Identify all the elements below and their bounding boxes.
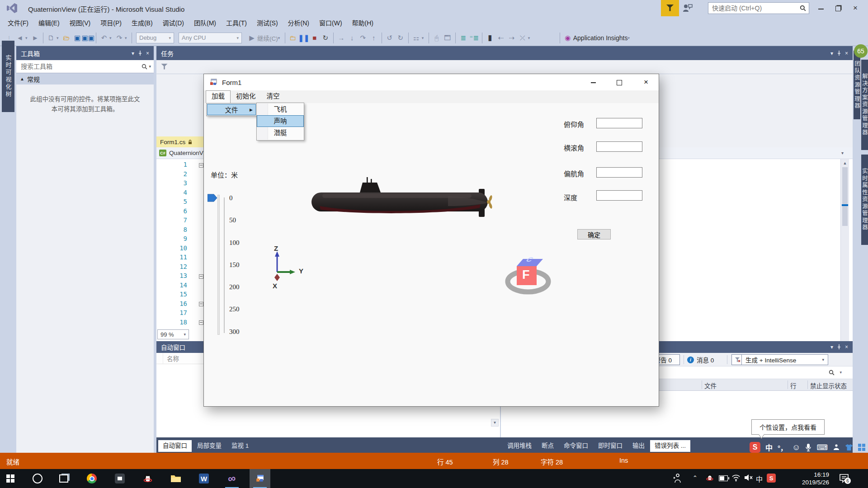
breakpoints-window-icon[interactable]: 🗀 — [288, 32, 298, 44]
ime-emoji-icon[interactable]: ☺ — [792, 443, 800, 452]
bookmark-icon[interactable]: ▮ — [485, 32, 495, 44]
depth-slider-track[interactable] — [217, 195, 220, 335]
platform-select[interactable]: Any CPU▾ — [179, 33, 242, 43]
nav-back-circle-icon[interactable]: ↺ — [384, 32, 395, 44]
vs-menu-5[interactable]: 调试(D) — [158, 16, 189, 30]
sort-list-icon[interactable]: ≣ — [458, 32, 469, 44]
toolbox-search-box[interactable]: ▾ — [16, 60, 154, 73]
form1-close-button[interactable]: × — [639, 77, 653, 88]
error-list-pin-icon[interactable] — [837, 344, 841, 350]
tray-clock[interactable]: 16:19 2019/5/26 — [786, 471, 829, 486]
dock-tab-left-0[interactable]: 自动窗口 — [158, 440, 192, 452]
form1-titlebar[interactable]: Form1 × — [204, 74, 659, 90]
form1-menu-0[interactable]: 加载 — [206, 90, 231, 103]
dock-tab-right-0[interactable]: 调用堆栈 — [503, 440, 536, 452]
tray-qq-icon[interactable] — [706, 473, 713, 484]
application-insights-icon[interactable]: ◉ — [562, 32, 573, 44]
form1-maximize-button[interactable] — [612, 78, 627, 88]
show-next-statement-icon[interactable]: → — [336, 32, 347, 44]
screenshot-tool-icon[interactable] — [109, 469, 130, 488]
open-file-icon[interactable]: 🗁 — [61, 32, 72, 44]
status-insert-mode[interactable]: Ins — [619, 457, 628, 464]
vs-menu-10[interactable]: 窗口(W) — [314, 16, 347, 30]
editor-zoom-select[interactable]: 99 %▾ — [157, 329, 189, 339]
solution-explorer-tab[interactable]: 解决方案资源管理器 — [861, 60, 868, 150]
form1-taskbar-icon[interactable] — [250, 469, 270, 488]
tasks-header[interactable]: 任务 ▾ × — [156, 46, 853, 60]
dock-tab-left-2[interactable]: 监视 1 — [227, 440, 253, 452]
status-character[interactable]: 字符 28 — [541, 457, 563, 466]
error-list-close-icon[interactable]: × — [845, 344, 848, 350]
save-icon[interactable]: ▣ — [72, 32, 83, 44]
ime-skin-icon[interactable] — [833, 444, 840, 451]
dock-tab-right-4[interactable]: 输出 — [628, 440, 649, 452]
save-all-icon[interactable]: ▣▣ — [83, 32, 94, 44]
quick-launch-input[interactable] — [708, 5, 800, 12]
word-icon[interactable]: W — [193, 469, 214, 488]
continue-label[interactable]: 继续(C) — [257, 33, 278, 42]
error-list-chevron-down-icon[interactable]: ▾ — [830, 344, 833, 350]
roll-input[interactable] — [596, 141, 642, 152]
tray-people-icon[interactable] — [672, 473, 682, 485]
form1-window[interactable]: Form1 × 加载初始化清空 文件 ▶ 飞机声呐潜艇 单位：米 0501001… — [203, 74, 659, 407]
chrome-icon[interactable] — [81, 469, 102, 488]
fold-marker-line1[interactable] — [199, 163, 203, 168]
document-tab-form1cs[interactable]: Form1.cs — [156, 136, 203, 147]
toolbox-pin-icon[interactable] — [138, 51, 142, 56]
tray-wifi-icon[interactable] — [731, 474, 741, 483]
status-column[interactable]: 列 28 — [493, 457, 509, 466]
task-view-icon[interactable] — [53, 469, 74, 488]
error-search-caret-icon[interactable]: ▾ — [840, 370, 842, 375]
toolbox-search-caret-icon[interactable]: ▾ — [149, 64, 151, 69]
visual-studio-taskbar-icon[interactable]: ∞ — [222, 469, 242, 488]
tasks-chevron-down-icon[interactable]: ▾ — [830, 50, 833, 56]
tasks-close-icon[interactable]: × — [845, 50, 848, 56]
file-explorer-icon[interactable] — [165, 469, 186, 488]
menu-item-file[interactable]: 文件 ▶ — [207, 104, 256, 115]
error-source-combo[interactable]: 生成 + IntelliSense▾ — [741, 354, 828, 365]
ok-button[interactable]: 确定 — [577, 229, 611, 239]
depth-slider-thumb[interactable] — [208, 194, 217, 202]
dock-tab-right-3[interactable]: 即时窗口 — [594, 440, 627, 452]
toolbox-header[interactable]: 工具箱 ▾ × — [16, 46, 154, 60]
pitch-input[interactable] — [596, 118, 642, 128]
autos-scroll-down-icon[interactable]: ▼ — [491, 419, 499, 427]
ime-toolbox-icon[interactable] — [858, 444, 865, 451]
minimize-button[interactable] — [814, 5, 828, 14]
vs-menu-4[interactable]: 生成(B) — [127, 16, 158, 30]
fold-marker-line18[interactable] — [199, 320, 203, 325]
live-visual-tree-tab[interactable]: 实时可视化树 — [2, 41, 14, 112]
submenu-item-0[interactable]: 飞机 — [257, 103, 304, 115]
vs-menu-11[interactable]: 帮助(H) — [347, 16, 378, 30]
live-property-explorer-tab[interactable]: 实时属性资源管理器 — [861, 155, 868, 245]
find-icon[interactable]: ⚏ — [411, 32, 422, 44]
application-insights-label[interactable]: Application Insights — [573, 34, 628, 42]
vs-menu-1[interactable]: 编辑(E) — [33, 16, 65, 30]
comment-list-icon[interactable]: ⁼≣ — [469, 32, 480, 44]
select-pointer-icon[interactable]: 🖰 — [431, 32, 442, 44]
step-out-icon[interactable]: ↑ — [368, 32, 379, 44]
ime-mic-icon[interactable] — [805, 443, 811, 451]
navigate-forward-icon[interactable]: ► — [30, 32, 41, 44]
ime-keyboard-icon[interactable]: ⌨ — [816, 443, 828, 452]
vs-menu-2[interactable]: 视图(V) — [65, 16, 96, 30]
scroll-up-icon[interactable]: ▲ — [841, 159, 849, 165]
toolbox-search-input[interactable] — [16, 63, 142, 70]
yaw-input[interactable] — [596, 167, 642, 178]
ime-wardrobe-icon[interactable] — [845, 444, 853, 451]
ime-punctuation-icon[interactable]: °， — [778, 443, 787, 452]
restore-button[interactable] — [831, 4, 845, 14]
form1-menu-2[interactable]: 清空 — [261, 90, 285, 103]
fold-marker-line13[interactable] — [199, 274, 203, 279]
bookmark-clear-icon[interactable]: ⤫ — [517, 32, 528, 44]
toolbox-close-icon[interactable]: × — [146, 50, 149, 56]
scrollbar-thumb[interactable] — [842, 167, 848, 226]
action-center-icon[interactable]: 6 — [839, 473, 849, 485]
start-button[interactable] — [0, 469, 21, 488]
close-button[interactable]: × — [848, 3, 863, 14]
cortana-search-icon[interactable] — [27, 469, 48, 488]
dock-tab-right-2[interactable]: 命令窗口 — [559, 440, 593, 452]
feedback-icon[interactable] — [682, 3, 694, 14]
vs-menu-3[interactable]: 项目(P) — [95, 16, 127, 30]
tray-sogou-icon[interactable]: S — [767, 474, 776, 483]
